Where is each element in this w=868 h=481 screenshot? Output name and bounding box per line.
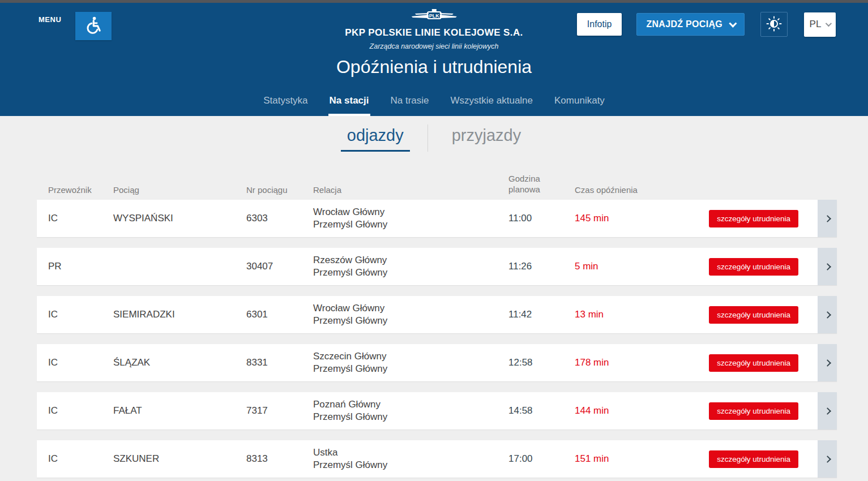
relation-from: Ustka [313,446,508,459]
pkp-plk-logo[interactable]: PLK PKP POLSKIE LINIE KOLEJOWE S.A. Zarz… [345,8,523,50]
relation-to: Przemyśl Główny [313,315,508,327]
carrier-cell: IC [48,453,113,465]
tab-na-trasie[interactable]: Na trasie [390,89,430,116]
row-expand-button[interactable] [818,440,837,478]
planned-time-cell: 12:58 [508,357,575,368]
infotip-button[interactable]: Infotip [577,13,622,36]
tab-wszystkie-aktualne[interactable]: Wszystkie aktualne [450,89,535,116]
relation-from: Wrocław Główny [313,302,508,315]
relation-cell: Szczecin Główny Przemyśl Główny [313,350,508,375]
column-header-train: Pociąg [113,185,246,195]
contrast-sun-icon [766,15,783,34]
train-number-cell: 8331 [246,357,313,368]
delays-table: Przewoźnik Pociąg Nr pociągu Relacja God… [37,173,837,478]
carrier-cell: PR [48,261,113,272]
details-button[interactable]: szczegóły utrudnienia [709,450,798,468]
delay-cell: 144 min [575,405,669,416]
relation-cell: Wrocław Główny Przemyśl Główny [313,206,508,231]
table-row: IC ŚLĄZAK 8331 Szczecin Główny Przemyśl … [37,344,837,381]
table-row: IC SZKUNER 8313 Ustka Przemyśl Główny 17… [37,440,837,478]
column-header-planned-time: Godzina planowa [508,173,575,195]
details-button[interactable]: szczegóły utrudnienia [709,402,798,420]
delay-cell: 178 min [575,357,669,368]
row-expand-button[interactable] [818,200,837,237]
table-row: IC WYSPIAŃSKI 6303 Wrocław Główny Przemy… [37,200,837,237]
details-button[interactable]: szczegóły utrudnienia [709,258,798,276]
carrier-cell: IC [48,405,113,416]
table-header-row: Przewoźnik Pociąg Nr pociągu Relacja God… [37,173,837,200]
row-expand-button[interactable] [818,392,837,430]
relation-to: Przemyśl Główny [313,267,508,279]
train-number-cell: 6301 [246,309,313,320]
tab-komunikaty[interactable]: Komunikaty [553,89,606,116]
site-header: MENU PLK [0,3,868,116]
logo-subtitle: Zarządca narodowej sieci linii kolejowyc… [345,42,523,50]
planned-time-cell: 17:00 [508,453,575,465]
action-cell: szczegóły utrudnienia [669,210,818,227]
relation-from: Rzeszów Główny [313,254,508,267]
carrier-cell: IC [48,309,113,320]
menu-button[interactable]: MENU [39,13,61,24]
train-name-cell: SIEMIRADZKI [113,309,246,320]
find-train-button[interactable]: ZNAJDŹ POCIĄG [636,13,745,36]
train-name-cell: FAŁAT [113,405,246,416]
planned-time-cell: 11:26 [508,261,575,272]
action-cell: szczegóły utrudnienia [669,354,818,372]
action-cell: szczegóły utrudnienia [669,258,818,276]
train-number-cell: 30407 [246,261,313,272]
relation-cell: Poznań Główny Przemyśl Główny [313,398,508,423]
details-button[interactable]: szczegóły utrudnienia [709,210,798,227]
tab-na-stacji[interactable]: Na stacji [328,89,370,116]
menu-label: MENU [39,15,61,24]
relation-cell: Ustka Przemyśl Główny [313,446,508,471]
header-topbar: MENU PLK [0,3,868,49]
delay-cell: 151 min [575,453,669,465]
contrast-toggle-button[interactable] [760,12,788,37]
train-name-cell: SZKUNER [113,453,246,465]
chevron-right-icon [824,456,831,463]
chevron-right-icon [824,407,831,415]
relation-from: Szczecin Główny [313,350,508,363]
chevron-right-icon [824,215,831,222]
column-header-carrier: Przewoźnik [48,185,113,195]
svg-text:PLK: PLK [429,13,439,19]
table-row: IC SIEMIRADZKI 6301 Wrocław Główny Przem… [37,296,837,333]
column-header-delay: Czas opóźnienia [575,185,669,195]
subtab-odjazdy[interactable]: odjazdy [341,124,410,152]
train-name-cell: ŚLĄZAK [113,357,246,368]
carrier-cell: IC [48,213,113,224]
delay-table-body: IC WYSPIAŃSKI 6303 Wrocław Główny Przemy… [37,200,837,478]
row-expand-button[interactable] [818,344,837,381]
accessibility-button[interactable] [75,12,112,40]
relation-from: Poznań Główny [313,398,508,411]
wheelchair-icon [84,15,102,37]
delay-cell: 5 min [575,261,669,272]
action-cell: szczegóły utrudnienia [669,402,818,420]
logo-title: PKP POLSKIE LINIE KOLEJOWE S.A. [345,27,523,38]
row-expand-button[interactable] [818,248,837,285]
header-controls: Infotip ZNAJDŹ POCIĄG [577,12,836,37]
row-expand-button[interactable] [818,296,837,333]
column-header-number: Nr pociągu [246,185,313,195]
details-button[interactable]: szczegóły utrudnienia [709,306,798,324]
language-select[interactable]: PL [804,12,836,37]
train-number-cell: 8313 [246,453,313,465]
subtab-przyjazdy[interactable]: przyjazdy [446,124,528,152]
carrier-cell: IC [48,357,113,368]
action-cell: szczegóły utrudnienia [669,306,818,324]
direction-subtabs: odjazdy przyjazdy [0,124,868,152]
relation-to: Przemyśl Główny [313,363,508,375]
column-header-relation: Relacja [313,185,508,195]
relation-cell: Rzeszów Główny Przemyśl Główny [313,254,508,279]
details-button[interactable]: szczegóły utrudnienia [709,354,798,372]
page-title: Opóźnienia i utrudnienia [0,57,868,78]
planned-time-cell: 14:58 [508,405,575,416]
relation-from: Wrocław Główny [313,206,508,218]
pkp-emblem-icon: PLK [345,8,523,25]
tab-statystyka[interactable]: Statystyka [262,89,309,116]
train-number-cell: 7317 [246,405,313,416]
relation-cell: Wrocław Główny Przemyśl Główny [313,302,508,327]
delay-cell: 13 min [575,309,669,320]
chevron-down-icon [826,20,832,27]
train-number-cell: 6303 [246,213,313,224]
